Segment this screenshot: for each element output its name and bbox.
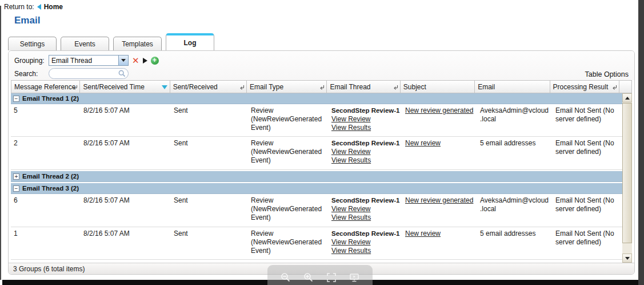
- zoom-out-icon[interactable]: [281, 272, 291, 283]
- tab-settings[interactable]: Settings: [8, 37, 57, 50]
- thread-name: SecondStep Review-1: [331, 140, 400, 147]
- search-icon[interactable]: [118, 70, 126, 77]
- thread-name: SecondStep Review-1: [331, 107, 400, 114]
- group-row-thread-2[interactable]: + Email Thread 2 (2): [11, 171, 632, 182]
- scrollbar-thumb[interactable]: [622, 103, 632, 243]
- cell-processing-result: Email Not Sent (No server defined): [553, 104, 622, 136]
- cell-processing-result: Email Not Sent (No server defined): [553, 137, 622, 169]
- grouping-dropdown-button[interactable]: [118, 56, 128, 65]
- add-grouping-icon[interactable]: +: [151, 57, 159, 65]
- cell-email-type: Review (NewReviewGeneratedEvent): [248, 227, 329, 259]
- sort-descending-icon: [162, 85, 167, 89]
- subject-link[interactable]: New review: [405, 139, 441, 147]
- group-row-thread-1[interactable]: − Email Thread 1 (2): [11, 93, 632, 104]
- grouping-row: Grouping: Email Thread ✕ +: [14, 54, 634, 67]
- column-header-email[interactable]: Email: [475, 80, 550, 93]
- column-header-filler: [619, 80, 632, 93]
- cell-email-type: Review (NewReviewGeneratedEvent): [248, 194, 329, 227]
- tab-templates[interactable]: Templates: [113, 37, 162, 50]
- subject-link[interactable]: New review generated: [405, 196, 473, 204]
- column-header-message-reference[interactable]: Message Reference: [11, 80, 80, 93]
- sortable-icon: [393, 84, 398, 92]
- column-header-processing-result[interactable]: Processing Result: [550, 80, 619, 93]
- cell-processing-result: Email Not Sent (No server defined): [553, 194, 622, 227]
- cell-subject: New review generated: [402, 194, 477, 227]
- cell-subject: New review generated: [402, 104, 477, 136]
- scroll-up-icon: [625, 97, 630, 100]
- cell-email: AveksaAdmin@vcloud.local: [477, 194, 553, 227]
- cell-email: 5 email addresses: [477, 227, 553, 259]
- vertical-scrollbar[interactable]: [622, 93, 632, 263]
- sortable-icon: [319, 84, 325, 92]
- cell-processing-result: Email Not Sent (No server defined): [553, 227, 622, 259]
- table-row[interactable]: 6 8/2/16 5:07 AM Sent Review (NewReviewG…: [11, 194, 632, 227]
- view-results-link[interactable]: View Results: [331, 156, 399, 165]
- view-results-link[interactable]: View Results: [331, 124, 399, 132]
- column-header-email-thread[interactable]: Email Thread: [327, 80, 400, 93]
- fullscreen-icon[interactable]: [326, 272, 337, 283]
- cell-sent-received: Sent: [171, 227, 248, 259]
- cell-email: AveksaAdmin@vcloud.local: [477, 104, 553, 136]
- presentation-icon[interactable]: [349, 272, 359, 283]
- view-review-link[interactable]: View Review: [331, 115, 399, 124]
- home-link[interactable]: Home: [44, 3, 63, 11]
- table-row[interactable]: 2 8/2/16 5:07 AM Sent Review (NewReviewG…: [11, 137, 632, 170]
- window-edge-right: [638, 0, 644, 285]
- expand-group-icon[interactable]: +: [13, 173, 19, 180]
- scroll-down-button[interactable]: [622, 254, 632, 263]
- column-header-sent-received-time[interactable]: Sent/Received Time: [80, 80, 170, 93]
- cell-sent-received: Sent: [171, 194, 248, 227]
- column-header-email-type[interactable]: Email Type: [247, 80, 327, 93]
- return-to-label: Return to:: [4, 3, 34, 11]
- cell-email-type: Review (NewReviewGeneratedEvent): [248, 137, 329, 169]
- search-input[interactable]: [54, 70, 118, 78]
- cell-sent-received: Sent: [171, 104, 248, 136]
- collapse-group-icon[interactable]: −: [13, 185, 19, 192]
- cell-sent-received-time: 8/2/16 5:07 AM: [81, 137, 171, 169]
- cell-message-reference: 2: [11, 137, 81, 169]
- view-review-link[interactable]: View Review: [331, 205, 399, 213]
- subject-link[interactable]: New review: [405, 229, 441, 238]
- column-header-subject[interactable]: Subject: [401, 80, 475, 93]
- remove-grouping-icon[interactable]: ✕: [132, 56, 139, 65]
- sortable-icon: [612, 84, 617, 92]
- back-arrow-icon: [37, 4, 41, 10]
- cell-email-type: Review (NewReviewGeneratedEvent): [248, 104, 329, 136]
- scroll-up-button[interactable]: [622, 93, 632, 102]
- view-results-link[interactable]: View Results: [331, 247, 399, 255]
- group-label: Email Thread 3 (2): [22, 185, 79, 192]
- sortable-icon: [239, 84, 245, 92]
- image-viewer-toolbar: [267, 265, 373, 285]
- apply-grouping-icon[interactable]: [143, 58, 147, 64]
- column-header-sent-received[interactable]: Sent/Received: [170, 80, 247, 93]
- table-options-link[interactable]: Table Options: [585, 70, 629, 78]
- cell-sent-received: Sent: [171, 137, 248, 169]
- table-row[interactable]: 1 8/2/16 5:07 AM Sent Review (NewReviewG…: [11, 227, 632, 260]
- subject-link[interactable]: New review generated: [405, 106, 473, 114]
- tab-events[interactable]: Events: [61, 37, 109, 50]
- cell-email-thread: SecondStep Review-1 View Review View Res…: [329, 227, 402, 259]
- window-edge-left: [0, 6, 1, 280]
- group-label: Email Thread 2 (2): [22, 173, 79, 180]
- grouping-label: Grouping:: [14, 57, 49, 65]
- zoom-in-icon[interactable]: [303, 272, 314, 283]
- cell-subject: New review: [402, 137, 477, 169]
- tab-log[interactable]: Log: [166, 33, 214, 50]
- grouping-select[interactable]: Email Thread: [49, 55, 129, 66]
- cell-sent-received-time: 8/2/16 5:07 AM: [81, 227, 171, 259]
- breadcrumb: Return to: Home: [4, 3, 63, 11]
- view-results-link[interactable]: View Results: [331, 213, 399, 222]
- sortable-icon: [73, 84, 78, 92]
- scroll-down-icon: [625, 257, 630, 260]
- group-row-thread-3[interactable]: − Email Thread 3 (2): [11, 183, 632, 194]
- cell-message-reference: 5: [11, 104, 81, 136]
- grid-body: − Email Thread 1 (2) 5 8/2/16 5:07 AM Se…: [11, 93, 632, 263]
- thread-name: SecondStep Review-1: [331, 230, 400, 237]
- view-review-link[interactable]: View Review: [331, 238, 399, 247]
- table-row[interactable]: 5 8/2/16 5:07 AM Sent Review (NewReviewG…: [11, 104, 632, 137]
- cell-sent-received-time: 8/2/16 5:07 AM: [81, 194, 171, 227]
- collapse-group-icon[interactable]: −: [13, 96, 19, 102]
- email-log-screen: Return to: Home Email Settings Events Te…: [0, 0, 644, 285]
- view-review-link[interactable]: View Review: [331, 148, 399, 156]
- tab-bar: Settings Events Templates Log: [8, 33, 214, 50]
